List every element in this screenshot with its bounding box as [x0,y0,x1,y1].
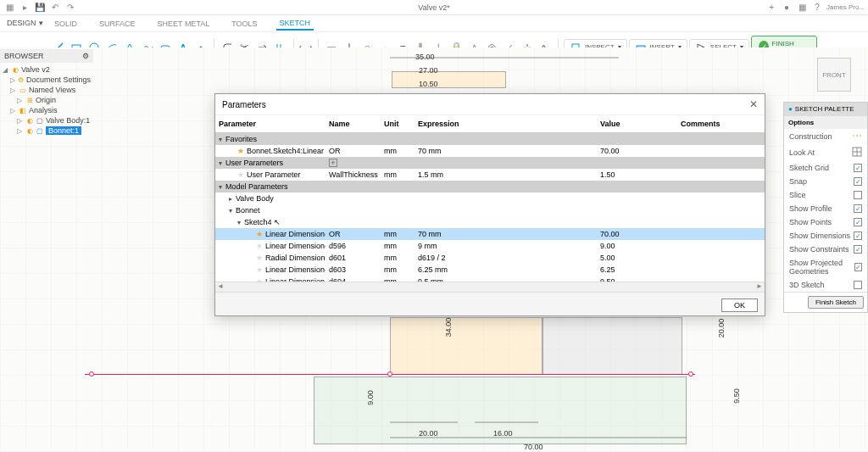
checkbox-icon[interactable]: ✓ [854,245,862,254]
title-bar: ▦ ▸ 💾 ↶ ↷ Valve v2* + ● ▦ ? James Pro... [0,0,868,15]
favorite-star-icon[interactable]: ★ [256,242,263,250]
tab-solid[interactable]: SOLID [51,18,81,30]
table-header: ParameterNameUnitExpressionValueComments [215,115,765,133]
doc-title: Valve v2* [418,3,449,12]
palette-option[interactable]: Show Constraints✓ [784,243,867,256]
favorite-star-icon[interactable]: ★ [256,265,263,274]
checkbox-icon[interactable]: ✓ [854,164,862,172]
browser-header: BROWSER⚙ [0,49,93,63]
favorite-star-icon[interactable]: ★ [237,147,244,155]
checkbox-icon[interactable]: ✓ [854,232,862,240]
new-tab-icon[interactable]: + [765,2,777,14]
tab-tools[interactable]: TOOLS [228,18,260,30]
dim-top1[interactable]: 35.00 [415,53,435,61]
dim-side1[interactable]: 34.00 [444,318,453,338]
dim-bot3[interactable]: 70.00 [524,443,543,451]
favorite-star-icon[interactable]: ★ [237,170,244,179]
param-row[interactable]: ★Bonnet.Sketch4:Linear Dime...ORmm70 mm7… [215,145,765,157]
param-subgroup[interactable]: ▸Valve Body [215,193,765,204]
dialog-scrollbar[interactable] [215,282,765,292]
dim-side3[interactable]: 9.00 [366,390,375,405]
param-subgroup[interactable]: ▾Bonnet [215,204,765,216]
palette-option[interactable]: Look At [784,144,867,161]
param-row[interactable]: ★Linear Dimension-6d603mm6.25 mm6.25 [215,264,765,276]
checkbox-icon[interactable]: ✓ [854,218,862,226]
palette-section: Options [784,115,867,129]
checkbox-icon[interactable] [854,281,862,289]
ribbon-tabs: DESIGN ▾ SOLID SURFACE SHEET METAL TOOLS… [0,15,868,32]
dim-side2[interactable]: 20.00 [717,319,726,338]
palette-option[interactable]: Slice [784,188,867,202]
browser-item[interactable]: ▷⊞Origin [0,95,93,105]
palette-option[interactable]: Show Profile✓ [784,202,867,215]
browser-item[interactable]: ▷◧Analysis [0,105,93,115]
palette-option[interactable]: Snap✓ [784,175,867,188]
parameters-table[interactable]: ParameterNameUnitExpressionValueComments… [215,115,765,282]
palette-option[interactable]: Construction [784,129,867,144]
palette-header: ●SKETCH PALETTE [784,103,867,115]
save-icon[interactable]: 💾 [34,2,46,14]
dim-bot1[interactable]: 20.00 [419,429,438,438]
dim-top3[interactable]: 10.50 [419,80,438,88]
browser-item[interactable]: ▷▭Named Views [0,85,93,95]
parameters-dialog: Parameters ✕ ParameterNameUnitExpression… [214,93,765,316]
param-group[interactable]: ▾Favorites [215,133,765,145]
checkbox-icon[interactable]: ✓ [854,263,862,271]
extensions-icon[interactable]: ▦ [796,2,808,14]
browser-item[interactable]: ▷◐▢Valve Body:1 [0,115,93,126]
favorite-star-icon[interactable]: ★ [256,254,263,262]
ok-button[interactable]: OK [721,299,758,312]
param-row[interactable]: ★Radial Dimension-2d601mmd619 / 25.00 [215,252,765,264]
palette-option[interactable]: Sketch Grid✓ [784,161,867,175]
dim-side4[interactable]: 9.50 [732,388,741,404]
palette-option[interactable]: Show Points✓ [784,215,867,229]
tab-sketch[interactable]: SKETCH [276,17,314,31]
favorite-star-icon[interactable]: ★ [256,230,263,238]
app-menu-icon[interactable]: ▦ [3,2,15,14]
close-icon[interactable]: ✕ [749,98,758,110]
tab-sheetmetal[interactable]: SHEET METAL [154,18,214,30]
line-icon[interactable] [852,131,862,142]
add-parameter-icon[interactable]: + [329,159,337,167]
param-row[interactable]: ★User ParameterWallThicknessmm1.5 mm1.50 [215,169,765,181]
checkbox-icon[interactable]: ✓ [854,204,862,213]
dim-top2[interactable]: 27.00 [419,66,438,75]
browser-panel: BROWSER⚙ ◢◐Valve v2 ▷⚙Document Settings … [0,49,93,137]
browser-settings-icon[interactable]: ⚙ [82,52,89,60]
param-group[interactable]: ▾Model Parameters [215,181,765,193]
file-icon[interactable]: ▸ [19,2,31,14]
cursor-icon: ↖ [274,218,281,226]
palette-finish-button[interactable]: Finish Sketch [808,296,864,309]
redo-icon[interactable]: ↷ [64,2,76,14]
param-group[interactable]: ▾User Parameters+ [215,157,765,169]
workspace-switcher[interactable]: DESIGN ▾ [7,19,43,27]
dialog-title: Parameters [222,100,266,109]
viewcube[interactable]: FRONT [817,58,851,92]
undo-icon[interactable]: ↶ [49,2,61,14]
param-subgroup[interactable]: ▾Sketch4↖ [215,216,765,228]
param-row[interactable]: ★Linear Dimension-2ORmm70 mm70.00 [215,228,765,240]
grid-icon[interactable] [852,147,862,159]
tab-surface[interactable]: SURFACE [96,18,139,30]
param-row[interactable]: ★Linear Dimension-7d604mm9.5 mm9.50 [215,276,765,282]
browser-item[interactable]: ▷⚙Document Settings [0,75,93,85]
help-icon[interactable]: ? [811,2,823,14]
notifications-icon[interactable]: ● [781,2,793,14]
checkbox-icon[interactable]: ✓ [854,177,862,186]
palette-option[interactable]: 3D Sketch [784,278,867,292]
dim-bot2[interactable]: 16.00 [493,429,513,438]
browser-root[interactable]: ◢◐Valve v2 [0,64,93,75]
browser-item-selected[interactable]: ▷◐▢Bonnet:1 [0,126,93,136]
palette-option[interactable]: Show Dimensions✓ [784,229,867,243]
user-label[interactable]: James Pro... [826,3,865,11]
param-row[interactable]: ★Linear Dimension-3d596mm9 mm9.00 [215,240,765,252]
sketch-palette: ●SKETCH PALETTE Options ConstructionLook… [783,102,868,313]
palette-option[interactable]: Show Projected Geometries✓ [784,256,867,278]
checkbox-icon[interactable] [854,191,862,199]
